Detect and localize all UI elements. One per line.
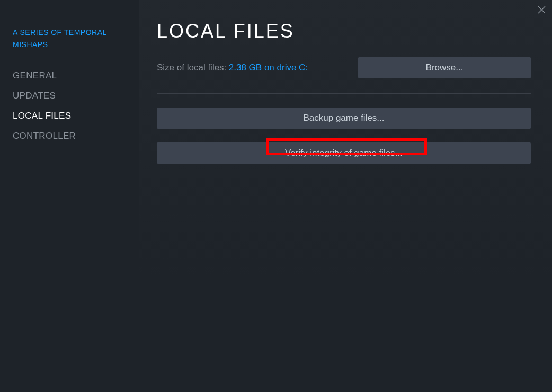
- backup-button[interactable]: Backup game files...: [157, 108, 531, 129]
- verify-highlight-wrap: Verify integrity of game files...: [157, 142, 531, 164]
- sidebar-game-title: A SERIES OF TEMPORAL MISHAPS: [13, 26, 119, 51]
- close-button[interactable]: [536, 4, 547, 15]
- divider: [157, 93, 531, 94]
- sidebar-item-local-files[interactable]: LOCAL FILES: [13, 106, 139, 126]
- sidebar-item-updates[interactable]: UPDATES: [13, 86, 139, 106]
- size-value: 2.38 GB on drive C:: [229, 63, 308, 73]
- browse-button[interactable]: Browse...: [358, 57, 531, 78]
- size-text-wrap: Size of local files: 2.38 GB on drive C:: [157, 63, 308, 73]
- verify-integrity-button[interactable]: Verify integrity of game files...: [157, 142, 531, 164]
- sidebar-item-general[interactable]: GENERAL: [13, 66, 139, 86]
- main-panel: LOCAL FILES Size of local files: 2.38 GB…: [139, 0, 552, 392]
- page-title: LOCAL FILES: [157, 20, 531, 42]
- sidebar: A SERIES OF TEMPORAL MISHAPS GENERAL UPD…: [0, 0, 139, 392]
- size-label: Size of local files:: [157, 63, 226, 73]
- size-row: Size of local files: 2.38 GB on drive C:…: [157, 57, 531, 78]
- sidebar-item-controller[interactable]: CONTROLLER: [13, 126, 139, 146]
- close-icon: [538, 6, 546, 14]
